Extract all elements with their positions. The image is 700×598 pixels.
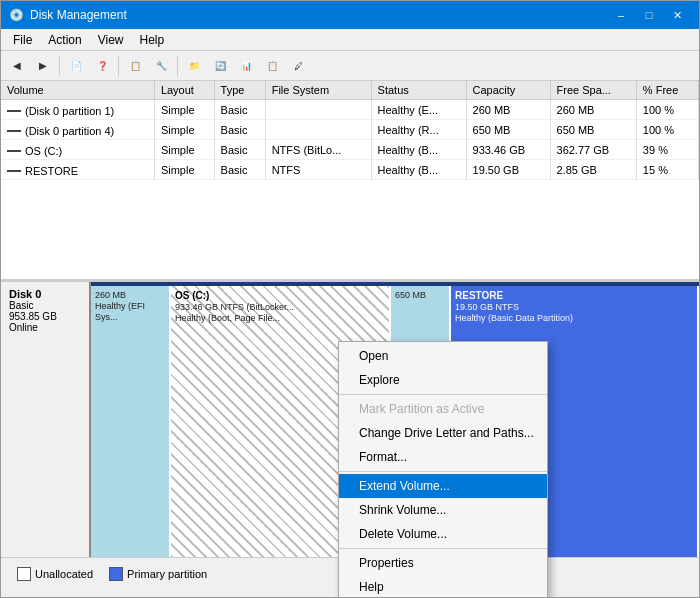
partition-restore-name: RESTORE	[455, 290, 693, 302]
disk-type: Basic	[9, 300, 81, 311]
legend-primary: Primary partition	[109, 567, 207, 581]
col-type: Type	[214, 81, 265, 100]
toolbar-btn-6[interactable]: 🔄	[208, 54, 232, 78]
menu-help[interactable]: Help	[132, 31, 173, 49]
table-cell: (Disk 0 partition 4)	[1, 120, 154, 140]
partition-os-detail: 933.46 GB NTFS (BitLocker...	[175, 302, 385, 313]
partition-efi-detail: Healthy (EFI Sys...	[95, 301, 165, 323]
table-row[interactable]: OS (C:)SimpleBasicNTFS (BitLo...Healthy …	[1, 140, 699, 160]
table-cell: 362.77 GB	[550, 140, 636, 160]
disk-name: Disk 0	[9, 288, 81, 300]
disk-label: Disk 0 Basic 953.85 GB Online	[1, 282, 91, 557]
ctx-item-extend[interactable]: Extend Volume...	[339, 474, 547, 498]
table-cell: NTFS (BitLo...	[265, 140, 371, 160]
toolbar-btn-9[interactable]: 🖊	[286, 54, 310, 78]
partition-os-name: OS (C:)	[175, 290, 385, 302]
partition-os-detail2: Healthy (Boot, Page File...	[175, 313, 385, 324]
table-cell	[265, 100, 371, 120]
ctx-item-change-drive[interactable]: Change Drive Letter and Paths...	[339, 421, 547, 445]
toolbar-btn-1[interactable]: 📄	[64, 54, 88, 78]
disk-line-icon	[7, 130, 21, 132]
toolbar-sep-1	[59, 56, 60, 76]
disk-line-icon	[7, 170, 21, 172]
maximize-button[interactable]: □	[635, 5, 663, 25]
table-cell: 260 MB	[466, 100, 550, 120]
table-cell: 39 %	[636, 140, 698, 160]
main-window: 💿 Disk Management – □ ✕ File Action View…	[0, 0, 700, 598]
col-capacity: Capacity	[466, 81, 550, 100]
forward-button[interactable]: ▶	[31, 54, 55, 78]
col-volume: Volume	[1, 81, 154, 100]
legend-primary-label: Primary partition	[127, 568, 207, 580]
table-row[interactable]: (Disk 0 partition 1)SimpleBasicHealthy (…	[1, 100, 699, 120]
table-cell: 2.85 GB	[550, 160, 636, 180]
toolbar-sep-2	[118, 56, 119, 76]
table-cell: RESTORE	[1, 160, 154, 180]
partition-restore-detail2: Healthy (Basic Data Partition)	[455, 313, 693, 324]
disk-size: 953.85 GB	[9, 311, 81, 322]
ctx-item-explore[interactable]: Explore	[339, 368, 547, 392]
table-cell: 650 MB	[550, 120, 636, 140]
legend-unallocated-box	[17, 567, 31, 581]
ctx-item-properties[interactable]: Properties	[339, 551, 547, 575]
table-cell: Simple	[154, 120, 214, 140]
table-cell: 19.50 GB	[466, 160, 550, 180]
ctx-item-format[interactable]: Format...	[339, 445, 547, 469]
menu-file[interactable]: File	[5, 31, 40, 49]
table-cell: 100 %	[636, 100, 698, 120]
menu-bar: File Action View Help	[1, 29, 699, 51]
disk-status: Online	[9, 322, 81, 333]
ctx-separator-sep2	[339, 471, 547, 472]
table-cell	[265, 120, 371, 140]
ctx-item-delete[interactable]: Delete Volume...	[339, 522, 547, 546]
close-button[interactable]: ✕	[663, 5, 691, 25]
col-filesystem: File System	[265, 81, 371, 100]
app-icon: 💿	[9, 8, 24, 22]
table-cell: Healthy (R...	[371, 120, 466, 140]
col-status: Status	[371, 81, 466, 100]
table-cell: Healthy (B...	[371, 160, 466, 180]
table-row[interactable]: RESTORESimpleBasicNTFSHealthy (B...19.50…	[1, 160, 699, 180]
partition-efi[interactable]: 260 MB Healthy (EFI Sys...	[91, 286, 171, 557]
toolbar-btn-5[interactable]: 📁	[182, 54, 206, 78]
col-percent: % Free	[636, 81, 698, 100]
table-row[interactable]: (Disk 0 partition 4)SimpleBasicHealthy (…	[1, 120, 699, 140]
toolbar-btn-3[interactable]: 📋	[123, 54, 147, 78]
disk-line-icon	[7, 150, 21, 152]
window-title: Disk Management	[30, 8, 127, 22]
menu-action[interactable]: Action	[40, 31, 89, 49]
toolbar-btn-8[interactable]: 📋	[260, 54, 284, 78]
ctx-separator-sep1	[339, 394, 547, 395]
table-cell: OS (C:)	[1, 140, 154, 160]
back-button[interactable]: ◀	[5, 54, 29, 78]
toolbar-btn-help[interactable]: ❓	[90, 54, 114, 78]
toolbar-btn-7[interactable]: 📊	[234, 54, 258, 78]
title-bar: 💿 Disk Management – □ ✕	[1, 1, 699, 29]
legend-primary-box	[109, 567, 123, 581]
table-cell: Simple	[154, 100, 214, 120]
table-cell: Basic	[214, 160, 265, 180]
table-cell: 260 MB	[550, 100, 636, 120]
ctx-item-shrink[interactable]: Shrink Volume...	[339, 498, 547, 522]
toolbar-btn-4[interactable]: 🔧	[149, 54, 173, 78]
col-layout: Layout	[154, 81, 214, 100]
menu-view[interactable]: View	[90, 31, 132, 49]
table-cell: Healthy (E...	[371, 100, 466, 120]
table-cell: 933.46 GB	[466, 140, 550, 160]
table-cell: 15 %	[636, 160, 698, 180]
table-cell: 650 MB	[466, 120, 550, 140]
ctx-item-open[interactable]: Open	[339, 344, 547, 368]
disk-table-area: Volume Layout Type File System Status Ca…	[1, 81, 699, 281]
table-header-row: Volume Layout Type File System Status Ca…	[1, 81, 699, 100]
partition-restore-detail: 19.50 GB NTFS	[455, 302, 693, 313]
disk-table: Volume Layout Type File System Status Ca…	[1, 81, 699, 180]
table-cell: Healthy (B...	[371, 140, 466, 160]
main-content: Volume Layout Type File System Status Ca…	[1, 81, 699, 597]
ctx-item-help[interactable]: Help	[339, 575, 547, 597]
table-cell: Simple	[154, 160, 214, 180]
legend-unallocated-label: Unallocated	[35, 568, 93, 580]
table-cell: Basic	[214, 100, 265, 120]
minimize-button[interactable]: –	[607, 5, 635, 25]
col-free: Free Spa...	[550, 81, 636, 100]
partition-efi-size: 260 MB	[95, 290, 165, 301]
